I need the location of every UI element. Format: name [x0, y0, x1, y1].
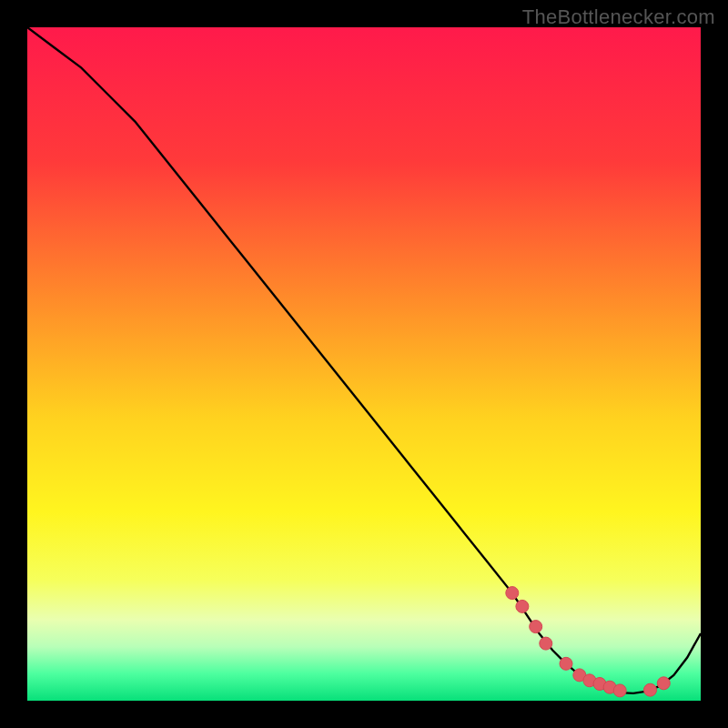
plot-area: [27, 27, 701, 701]
marker-point: [506, 587, 519, 600]
watermark-text: TheBottlenecker.com: [522, 5, 715, 29]
marker-point: [560, 657, 572, 670]
marker-point: [516, 600, 529, 612]
marker-point: [530, 621, 542, 633]
marker-point: [644, 683, 657, 696]
marker-point: [613, 684, 626, 697]
marker-point: [657, 677, 670, 690]
chart-svg: [27, 27, 701, 701]
chart-frame: TheBottlenecker.com: [0, 0, 728, 728]
gradient-background: [27, 27, 701, 701]
marker-point: [540, 637, 552, 650]
